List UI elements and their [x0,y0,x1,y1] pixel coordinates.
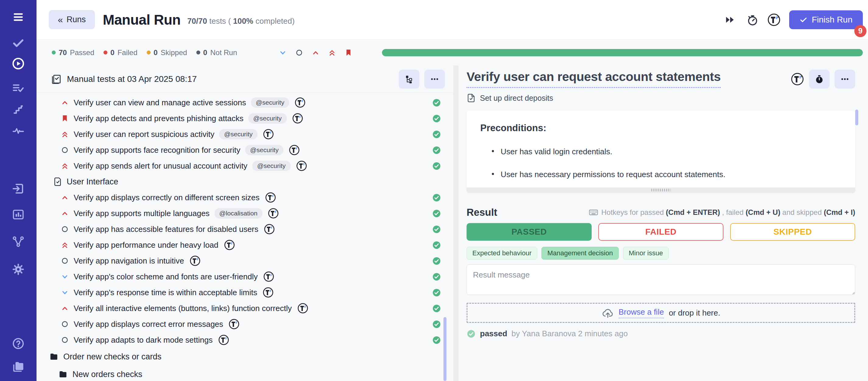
test-row[interactable]: Verify app adapts to dark mode settings [36,332,454,348]
hotkeys-hint: Hotkeys for passed (Cmd + ENTER) , faile… [589,208,855,217]
automated-test-icon[interactable] [263,129,274,140]
passed-check-icon [467,329,476,339]
test-row[interactable]: Verify app navigation is intuitive [36,253,454,269]
test-row[interactable]: Verify all interactive elements (buttons… [36,300,454,316]
failed-button[interactable]: FAILED [598,223,723,241]
milestones-icon[interactable] [11,235,25,248]
gear-icon[interactable] [11,263,25,276]
panel-splitter[interactable] [454,65,458,381]
stat-skipped: 0Skipped [147,49,187,57]
automated-test-icon[interactable] [264,224,275,234]
card-scrollbar[interactable] [855,109,858,125]
result-quick-tags: Expected behaviourManagement decisionMin… [467,247,855,260]
automated-test-icon[interactable] [297,303,308,314]
stopwatch-icon[interactable] [745,13,759,27]
test-row[interactable]: Verify app's color scheme and fonts are … [36,269,454,285]
test-row[interactable]: Verify app's response time is within acc… [36,285,454,300]
test-row[interactable]: Verify app performance under heavy load [36,237,454,253]
group-by-tree-button[interactable] [399,70,420,89]
notification-badge[interactable]: 9 [854,25,866,37]
play-circle-icon[interactable] [11,57,25,70]
stats-bar: 70Passed0Failed0Skipped0Not Run [36,39,868,65]
test-row[interactable]: Verify app detects and prevents phishing… [36,110,454,126]
skipped-button[interactable]: SKIPPED [730,223,855,241]
more-options-button[interactable] [835,70,855,89]
test-title: Verify app has accessible features for d… [74,225,258,234]
automated-test-icon[interactable] [224,240,235,250]
status-passed-icon [432,210,441,218]
automated-test-icon[interactable] [289,145,300,156]
chevron-up-red-icon[interactable] [311,48,320,57]
progress-bar [382,49,863,56]
test-row[interactable]: Verify app displays correctly on differe… [36,190,454,205]
automated-test-icon[interactable] [296,160,307,171]
priority-circle-icon [60,256,69,265]
test-row[interactable]: Verify app supports multiple languages@l… [36,205,454,221]
browse-file-link[interactable]: Browse a file [619,307,664,318]
finish-run-button[interactable]: Finish Run 9 [789,10,863,29]
automated-test-icon[interactable] [265,192,276,203]
quick-tag[interactable]: Expected behaviour [467,247,537,260]
left-scrollbar[interactable] [443,317,446,381]
test-row[interactable]: Verify user can report suspicious activi… [36,126,454,142]
folder-row[interactable]: New orders checks [36,366,454,381]
pulse-icon[interactable] [11,124,25,137]
projects-icon[interactable] [11,360,25,373]
tag-badge: @security [248,113,287,124]
automated-test-icon[interactable] [262,287,274,298]
preconditions-heading: Preconditions: [480,123,840,134]
menu-icon[interactable] [11,10,25,24]
folder-row[interactable]: Order new checks or cards [36,348,454,366]
test-tree-header: Manual tests at 03 Apr 2025 08:17 [36,65,454,93]
test-title: Verify app performance under heavy load [74,241,219,250]
passed-button[interactable]: PASSED [467,223,592,241]
file-dropzone[interactable]: Browse a file or drop it here. [467,303,855,323]
automated-test-icon[interactable] [218,335,229,345]
status-passed-icon [432,241,441,249]
timer-button[interactable] [809,70,830,89]
list-check-icon[interactable] [11,82,25,95]
test-title: Verify user can view and manage active s… [74,98,246,107]
steps-icon[interactable] [11,103,25,116]
testomat-logo-icon[interactable] [791,72,804,86]
circle-icon[interactable] [294,48,304,57]
folder-icon [49,352,58,361]
test-row[interactable]: Verify app has accessible features for d… [36,221,454,237]
import-icon[interactable] [11,182,25,195]
test-row[interactable]: Verify app sends alert for unusual accou… [36,158,454,174]
automated-test-icon[interactable] [228,319,240,329]
tag-badge: @localisation [215,208,262,219]
fast-forward-icon[interactable] [723,13,737,27]
check-icon[interactable] [11,36,25,50]
priority-chevron-down-icon [60,272,69,281]
test-row[interactable]: Verify app supports face recognition for… [36,142,454,158]
automated-test-icon[interactable] [263,271,274,282]
double-chevron-up-red-icon[interactable] [328,48,337,57]
testomat-logo-icon[interactable] [767,13,781,27]
test-list: Verify user can view and manage active s… [36,93,454,381]
test-case-title[interactable]: Verify user can request account statemen… [467,70,721,88]
status-passed-icon [432,99,441,107]
test-row[interactable]: Verify app displays correct error messag… [36,316,454,332]
more-options-button[interactable] [424,70,445,89]
test-row[interactable]: Verify user can view and manage active s… [36,95,454,110]
automated-test-icon[interactable] [268,208,279,219]
automated-test-icon[interactable] [294,97,306,108]
quick-tag[interactable]: Minor issue [623,247,669,260]
automated-test-icon[interactable] [190,255,200,266]
result-message-input[interactable] [467,264,855,295]
analytics-icon[interactable] [11,208,25,221]
help-icon[interactable] [11,337,25,350]
automated-test-icon[interactable] [292,113,303,124]
parent-suite[interactable]: Set up direct deposits [467,93,855,102]
bookmark-red-icon[interactable] [344,48,353,57]
back-to-runs-button[interactable]: « Runs [49,10,95,29]
parent-suite-label: Set up direct deposits [480,94,553,102]
priority-circle-icon [60,225,69,234]
card-resize-handle[interactable] [467,187,855,193]
status-dot-icon [52,51,56,55]
tag-badge: @security [252,161,291,171]
quick-tag[interactable]: Management decision [541,247,618,260]
suite-row[interactable]: User Interface [36,174,454,190]
chevron-down-blue-icon[interactable] [278,48,287,57]
